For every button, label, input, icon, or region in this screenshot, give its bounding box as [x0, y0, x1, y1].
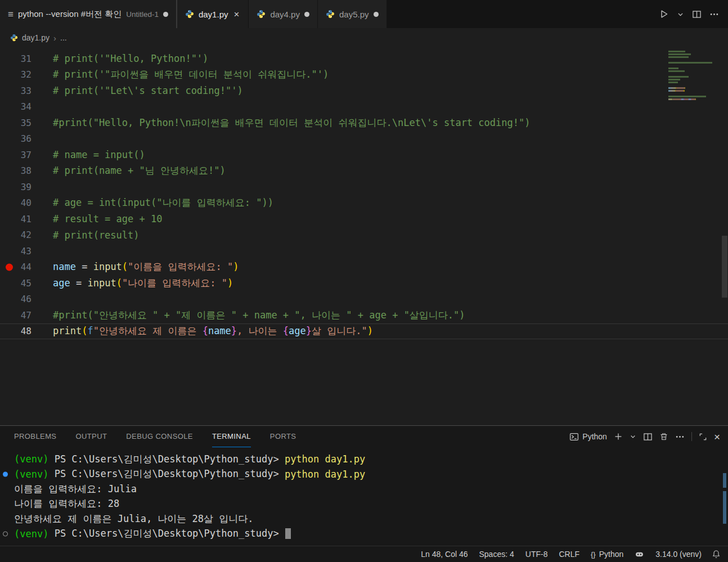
code-line[interactable]: 31# print('"Hello, Python!"') [0, 51, 728, 67]
line-number: 45 [0, 278, 32, 289]
terminal-output[interactable]: (venv) PS C:\Users\김미성\Desktop\Python_st… [0, 447, 728, 546]
language-label: Python [599, 550, 624, 559]
code-line[interactable]: 38# print(name + "님 안녕하세요!") [0, 163, 728, 179]
bottom-panel: PROBLEMSOUTPUTDEBUG CONSOLETERMINALPORTS… [0, 425, 728, 546]
code-line[interactable]: 47#print("안녕하세요 " + "제 이름은 " + name + ",… [0, 307, 728, 323]
minimap[interactable] [668, 51, 720, 101]
tab-day5[interactable]: day5.py [318, 0, 387, 28]
tab-bar-spacer [387, 0, 650, 28]
copilot-icon [635, 550, 644, 559]
modified-dot[interactable] [163, 12, 168, 17]
line-number: 31 [0, 53, 32, 64]
toolbar-separator [691, 432, 692, 441]
encoding-status[interactable]: UTF-8 [520, 550, 554, 559]
python-icon [326, 10, 335, 19]
status-bar: Ln 48, Col 46 Spaces: 4 UTF-8 CRLF {} Py… [0, 546, 728, 562]
line-number: 38 [0, 165, 32, 176]
code-line[interactable]: 37# name = input() [0, 147, 728, 163]
breadcrumb-file[interactable]: day1.py [22, 33, 50, 42]
panel-tab-terminal[interactable]: TERMINAL [212, 426, 251, 447]
close-tab-icon[interactable]: × [232, 10, 240, 19]
code-text: #print("안녕하세요 " + "제 이름은 " + name + ", 나… [32, 309, 465, 322]
code-line[interactable]: 42# print(result) [0, 227, 728, 244]
modified-dot[interactable] [304, 12, 309, 17]
close-panel-icon[interactable]: × [714, 431, 720, 442]
terminal-dropdown-chevron-icon[interactable] [630, 433, 636, 440]
indentation-status[interactable]: Spaces: 4 [474, 550, 520, 559]
code-line[interactable]: 34 [0, 99, 728, 115]
terminal-line[interactable]: 나이를 입력하세요: 28 [0, 497, 728, 512]
code-line[interactable]: 44name = input("이름을 입력하세요: ") [0, 259, 728, 276]
code-line[interactable]: 32# print('"파이썬을 배우면 데이터 분석이 쉬워집니다."') [0, 67, 728, 83]
braces-icon: {} [591, 550, 596, 559]
modified-dot[interactable] [374, 12, 379, 17]
maximize-panel-icon[interactable] [699, 433, 707, 441]
python-icon [257, 10, 266, 19]
terminal-line[interactable]: (venv) PS C:\Users\김미성\Desktop\Python_st… [0, 452, 728, 467]
code-line[interactable]: 39 [0, 179, 728, 195]
code-text: # print(name + "님 안녕하세요!") [32, 164, 226, 177]
tab-day1[interactable]: day1.py × [177, 0, 249, 28]
terminal-line[interactable]: (venv) PS C:\Users\김미성\Desktop\Python_st… [0, 527, 728, 542]
tab-day4[interactable]: day4.py [249, 0, 318, 28]
line-number: 34 [0, 101, 32, 112]
cursor-position-status[interactable]: Ln 48, Col 46 [415, 550, 473, 559]
code-line[interactable]: 40# age = int(input("나이를 입력하세요: ")) [0, 195, 728, 212]
editor-scrollbar[interactable] [722, 236, 727, 298]
split-terminal-icon[interactable] [643, 432, 653, 442]
chevron-right-icon: › [53, 33, 56, 43]
code-text: age = input("나이를 입력하세요: ") [32, 277, 233, 290]
tab-title: python --version #버전 확인 [18, 9, 122, 20]
code-text: print(f"안녕하세요 제 이름은 {name}, 나이는 {age}살 입… [32, 325, 373, 338]
terminal-profile-button[interactable]: Python [569, 432, 607, 442]
run-dropdown-chevron-icon[interactable] [677, 11, 684, 18]
code-line[interactable]: 43 [0, 243, 728, 259]
command-decoration-prompt[interactable] [3, 531, 8, 536]
code-area[interactable]: 31# print('"Hello, Python!"')32# print('… [0, 47, 728, 339]
panel-tab-output[interactable]: OUTPUT [75, 426, 107, 447]
code-line[interactable]: 48print(f"안녕하세요 제 이름은 {name}, 나이는 {age}살… [0, 323, 728, 340]
copilot-status[interactable] [629, 550, 650, 559]
panel-tab-ports[interactable]: PORTS [270, 426, 296, 447]
breadcrumb-more[interactable]: ... [60, 33, 67, 42]
code-text: # age = int(input("나이를 입력하세요: ")) [32, 196, 273, 209]
panel-more-actions-icon[interactable] [675, 432, 685, 442]
breakpoint-dot[interactable] [6, 263, 13, 271]
new-terminal-icon[interactable] [614, 432, 623, 441]
line-number: 33 [0, 86, 32, 96]
kill-terminal-trash-icon[interactable] [659, 432, 668, 441]
code-text: # print('"Let\'s start coding!"') [32, 85, 243, 96]
more-actions-icon[interactable] [709, 10, 719, 19]
panel-tab-problems[interactable]: PROBLEMS [14, 426, 56, 447]
command-decoration-success[interactable] [3, 471, 8, 476]
editor[interactable]: 31# print('"Hello, Python!"')32# print('… [0, 47, 728, 425]
editor-actions [650, 0, 728, 28]
breadcrumb[interactable]: day1.py › ... [0, 28, 728, 47]
code-text: name = input("이름을 입력하세요: ") [32, 260, 239, 273]
line-number: 35 [0, 118, 32, 128]
python-interpreter-status[interactable]: 3.14.0 (venv) [650, 550, 707, 559]
line-number: 36 [0, 133, 32, 144]
panel-header: PROBLEMSOUTPUTDEBUG CONSOLETERMINALPORTS… [0, 426, 728, 447]
tab-untitled-1[interactable]: ≡ python --version #버전 확인 Untitled-1 [0, 0, 177, 28]
code-line[interactable]: 35#print("Hello, Python!\n파이썬을 배우면 데이터 분… [0, 115, 728, 131]
code-line[interactable]: 33# print('"Let\'s start coding!"') [0, 83, 728, 99]
editor-tab-bar: ≡ python --version #버전 확인 Untitled-1 day… [0, 0, 728, 28]
code-line[interactable]: 46 [0, 291, 728, 308]
tab-label: day5.py [339, 10, 369, 19]
terminal-line[interactable]: 이름을 입력하세요: Julia [0, 482, 728, 497]
code-line[interactable]: 36 [0, 131, 728, 147]
python-icon [10, 34, 18, 42]
code-line[interactable]: 41# result = age + 10 [0, 211, 728, 227]
terminal-line[interactable]: 안녕하세요 제 이름은 Julia, 나이는 28살 입니다. [0, 511, 728, 527]
code-line[interactable]: 45age = input("나이를 입력하세요: ") [0, 275, 728, 291]
panel-tabs: PROBLEMSOUTPUTDEBUG CONSOLETERMINALPORTS [5, 426, 305, 447]
panel-tab-debug-console[interactable]: DEBUG CONSOLE [126, 426, 193, 447]
terminal-line[interactable]: (venv) PS C:\Users\김미성\Desktop\Python_st… [0, 467, 728, 482]
language-mode-status[interactable]: {} Python [585, 550, 629, 559]
terminal-profile-label: Python [582, 432, 607, 441]
eol-status[interactable]: CRLF [553, 550, 585, 559]
run-button[interactable] [659, 9, 669, 19]
split-editor-icon[interactable] [692, 10, 702, 19]
notifications-bell-icon[interactable] [707, 550, 728, 559]
